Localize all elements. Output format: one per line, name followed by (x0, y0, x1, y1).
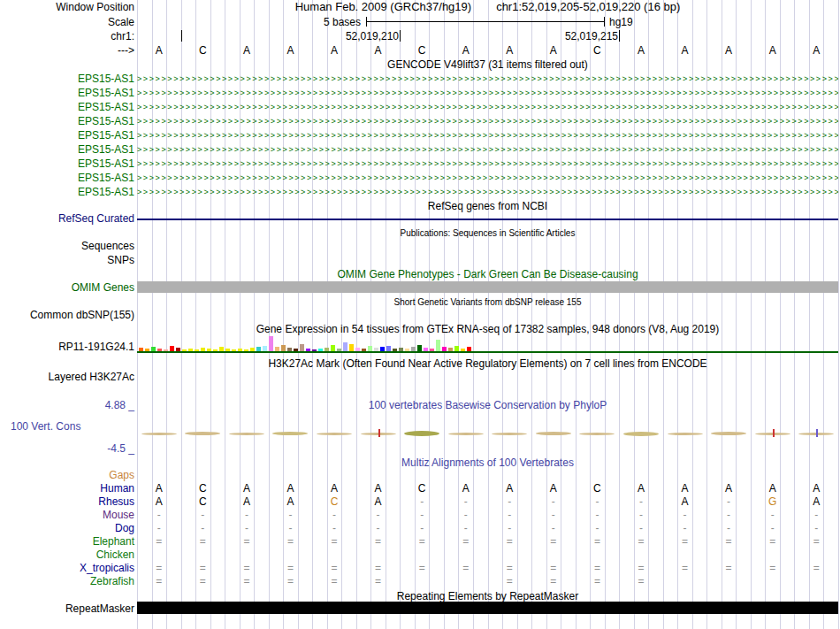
gtex-tissue-bar[interactable] (331, 345, 335, 351)
species-label[interactable]: Gaps (0, 469, 134, 482)
track-title-repeatmasker[interactable]: Repeating Elements by RepeatMasker (137, 590, 838, 602)
track-label-gene[interactable]: EPS15-AS1 (0, 86, 134, 100)
gene-transcript-row[interactable]: EPS15-AS1>>>>>>>>>>>>>>>>>>>>>>>>>>>>>>>… (0, 86, 840, 100)
species-label[interactable]: Mouse (0, 509, 134, 522)
track-title-omim[interactable]: OMIM Gene Phenotypes - Dark Green Can Be… (137, 268, 838, 280)
alignment-base (751, 469, 795, 482)
multiz-row-x_tropicalis[interactable]: X_tropicalis================ (0, 562, 840, 575)
species-label[interactable]: Rhesus (0, 495, 134, 509)
gene-intron-arrows[interactable]: >>>>>>>>>>>>>>>>>>>>>>>>>>>>>>>>>>>>>>>>… (137, 114, 838, 128)
track-label-snps[interactable]: SNPs (0, 254, 134, 266)
alignment-base: = (794, 535, 838, 548)
track-label-gene[interactable]: EPS15-AS1 (0, 171, 134, 185)
omim-genes-bar[interactable] (137, 281, 838, 293)
alignment-base (619, 469, 663, 482)
gene-transcript-row[interactable]: EPS15-AS1>>>>>>>>>>>>>>>>>>>>>>>>>>>>>>>… (0, 157, 840, 171)
multiz-row-zebrafish[interactable]: Zebrafish========== (0, 575, 840, 588)
alignment-base (751, 575, 795, 588)
track-label-gtex-gene[interactable]: RP11-191G24.1 (0, 341, 134, 353)
repeatmasker-title-row: Repeating Elements by RepeatMasker (0, 590, 840, 602)
alignment-base (181, 469, 225, 482)
track-label-gene[interactable]: EPS15-AS1 (0, 114, 134, 128)
track-title-h3k27ac[interactable]: H3K27Ac Mark (Often Found Near Active Re… (137, 357, 838, 370)
species-label[interactable]: X_tropicalis (0, 562, 134, 575)
gene-intron-arrows[interactable]: >>>>>>>>>>>>>>>>>>>>>>>>>>>>>>>>>>>>>>>>… (137, 128, 838, 142)
alignment-base: A (488, 482, 532, 495)
alignment-base: - (619, 509, 663, 522)
track-title-gtex[interactable]: Gene Expression in 54 tissues from GTEx … (137, 323, 838, 335)
multiz-row-gaps[interactable]: Gaps (0, 469, 840, 482)
species-label[interactable]: Human (0, 482, 134, 495)
alignment-base: = (576, 535, 620, 548)
gtex-tissue-bar[interactable] (349, 344, 354, 351)
gene-intron-arrows[interactable]: >>>>>>>>>>>>>>>>>>>>>>>>>>>>>>>>>>>>>>>>… (137, 157, 838, 171)
gene-transcript-row[interactable]: EPS15-AS1>>>>>>>>>>>>>>>>>>>>>>>>>>>>>>>… (0, 128, 840, 142)
gtex-tissue-bar[interactable] (281, 345, 286, 351)
alignment-cells: ================ (137, 535, 838, 548)
gene-transcript-row[interactable]: EPS15-AS1>>>>>>>>>>>>>>>>>>>>>>>>>>>>>>>… (0, 72, 840, 86)
track-label-gene[interactable]: EPS15-AS1 (0, 100, 134, 114)
gtex-tissue-bar[interactable] (300, 344, 304, 351)
gene-intron-arrows[interactable]: >>>>>>>>>>>>>>>>>>>>>>>>>>>>>>>>>>>>>>>>… (137, 185, 838, 199)
track-label-sequences[interactable]: Sequences (0, 240, 134, 252)
multiz-row-chicken[interactable]: Chicken (0, 548, 840, 562)
gtex-tissue-bar[interactable] (343, 342, 347, 351)
track-label-gene[interactable]: EPS15-AS1 (0, 142, 134, 157)
gene-transcript-row[interactable]: EPS15-AS1>>>>>>>>>>>>>>>>>>>>>>>>>>>>>>>… (0, 185, 840, 199)
gtex-tissue-bar[interactable] (269, 336, 273, 351)
track-label-gene[interactable]: EPS15-AS1 (0, 185, 134, 199)
multiz-row-rhesus[interactable]: RhesusACAACA------A-GA (0, 495, 840, 509)
species-label[interactable]: Chicken (0, 548, 134, 562)
track-title-publications[interactable]: Publications: Sequences in Scientific Ar… (137, 227, 838, 240)
multiz-row-human[interactable]: HumanACAAAACAAACAAAAA (0, 482, 840, 495)
track-label-common-dbsnp[interactable]: Common dbSNP(155) (0, 309, 134, 321)
dbsnp-title-row: Short Genetic Variants from dbSNP releas… (0, 296, 840, 309)
multiz-row-dog[interactable]: Dog---------------- (0, 522, 840, 535)
track-label-gene[interactable]: EPS15-AS1 (0, 128, 134, 142)
assembly-name: Human Feb. 2009 (GRCh37/hg19) (295, 1, 471, 13)
gene-transcript-row[interactable]: EPS15-AS1>>>>>>>>>>>>>>>>>>>>>>>>>>>>>>>… (0, 114, 840, 128)
gene-transcript-row[interactable]: EPS15-AS1>>>>>>>>>>>>>>>>>>>>>>>>>>>>>>>… (0, 171, 840, 185)
track-label-gene[interactable]: EPS15-AS1 (0, 157, 134, 171)
alignment-base: - (751, 522, 795, 535)
species-label[interactable]: Zebrafish (0, 575, 134, 588)
refseq-gene-line[interactable] (137, 219, 838, 220)
gtex-tissue-bar[interactable] (417, 345, 422, 351)
multiz-row-elephant[interactable]: Elephant================ (0, 535, 840, 548)
species-label[interactable]: Elephant (0, 535, 134, 548)
track-label-refseq-curated[interactable]: RefSeq Curated (0, 212, 134, 225)
multiz-row-mouse[interactable]: Mouse---------------- (0, 509, 840, 522)
gene-intron-arrows[interactable]: >>>>>>>>>>>>>>>>>>>>>>>>>>>>>>>>>>>>>>>>… (137, 100, 838, 114)
gene-transcript-row[interactable]: EPS15-AS1>>>>>>>>>>>>>>>>>>>>>>>>>>>>>>>… (0, 142, 840, 157)
alignment-base (269, 548, 313, 562)
alignment-base (269, 469, 313, 482)
track-label-gene[interactable]: EPS15-AS1 (0, 72, 134, 86)
alignment-base (181, 548, 225, 562)
alignment-cells: ACAACA------A-GA (137, 495, 838, 509)
track-title-multiz[interactable]: Multiz Alignments of 100 Vertebrates (137, 456, 838, 469)
species-label[interactable]: Dog (0, 522, 134, 535)
gene-intron-arrows[interactable]: >>>>>>>>>>>>>>>>>>>>>>>>>>>>>>>>>>>>>>>>… (137, 86, 838, 100)
track-label-layered-h3k27ac[interactable]: Layered H3K27Ac (0, 371, 134, 383)
alignment-base (794, 575, 838, 588)
track-label-100-vert-cons[interactable]: 100 Vert. Cons (0, 420, 134, 433)
track-label-repeatmasker[interactable]: RepeatMasker (0, 602, 134, 615)
gtex-expression-bars[interactable] (137, 334, 838, 351)
repeatmasker-bar[interactable] (137, 602, 838, 614)
alignment-base: - (488, 509, 532, 522)
alignment-base: - (576, 495, 620, 509)
gene-intron-arrows[interactable]: >>>>>>>>>>>>>>>>>>>>>>>>>>>>>>>>>>>>>>>>… (137, 72, 838, 86)
track-title-gencode[interactable]: GENCODE V49lift37 (31 items filtered out… (137, 58, 838, 71)
gene-intron-arrows[interactable]: >>>>>>>>>>>>>>>>>>>>>>>>>>>>>>>>>>>>>>>>… (137, 171, 838, 185)
track-title-dbsnp[interactable]: Short Genetic Variants from dbSNP releas… (137, 296, 838, 309)
gene-intron-arrows[interactable]: >>>>>>>>>>>>>>>>>>>>>>>>>>>>>>>>>>>>>>>>… (137, 142, 838, 157)
track-label-omim-genes[interactable]: OMIM Genes (0, 281, 134, 294)
omim-title-row: OMIM Gene Phenotypes - Dark Green Can Be… (0, 268, 840, 280)
gene-transcript-row[interactable]: EPS15-AS1>>>>>>>>>>>>>>>>>>>>>>>>>>>>>>>… (0, 100, 840, 114)
gtex-tissue-bar[interactable] (436, 340, 440, 351)
track-title-refseq[interactable]: RefSeq genes from NCBI (137, 200, 838, 212)
track-title-conservation[interactable]: 100 vertebrates Basewise Conservation by… (137, 399, 838, 411)
alignment-base (488, 469, 532, 482)
alignment-cells: ---------------- (137, 522, 838, 535)
alignment-base: = (531, 562, 576, 575)
